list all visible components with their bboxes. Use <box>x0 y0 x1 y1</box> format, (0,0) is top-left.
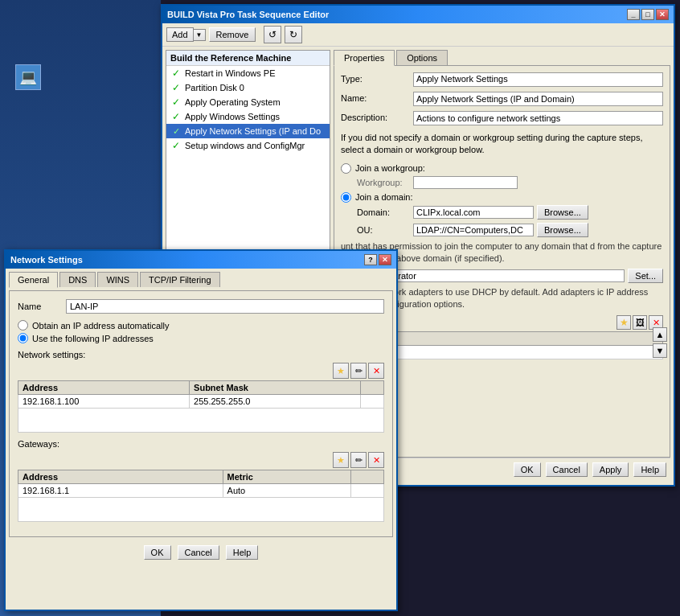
maximize-button[interactable]: □ <box>641 9 654 20</box>
add-dropdown: Add ▼ <box>166 27 206 42</box>
name-label: Name: <box>341 92 413 103</box>
network-subnet-cell: 255.255.255.0 <box>190 395 361 409</box>
network-tab-dns[interactable]: DNS <box>59 272 96 287</box>
ip-radio-group: Obtain an IP address automatically Use t… <box>18 320 384 343</box>
network-help-icon[interactable]: ? <box>364 254 377 265</box>
name-input[interactable] <box>413 92 663 106</box>
domain-radio[interactable] <box>341 192 351 203</box>
tab-properties[interactable]: Properties <box>334 50 395 66</box>
gw-star-icon[interactable]: ★ <box>333 452 349 468</box>
static-radio-btn[interactable] <box>18 333 28 343</box>
add-button[interactable]: Add <box>166 27 194 42</box>
task-item-1[interactable]: ✓ Restart in Windows PE <box>166 66 330 80</box>
description-row: Description: <box>341 111 663 125</box>
name-row: Name: <box>341 92 663 106</box>
ok-button[interactable]: OK <box>514 462 541 477</box>
network-tab-bar: General DNS WINS TCP/IP Filtering <box>6 269 396 287</box>
net-star-icon[interactable]: ★ <box>333 363 349 379</box>
network-ok-button[interactable]: OK <box>144 545 171 560</box>
network-name-input[interactable] <box>66 299 384 314</box>
redo-button[interactable]: ↻ <box>285 26 302 43</box>
close-button[interactable]: ✕ <box>656 9 669 20</box>
network-tab-tcpip[interactable]: TCP/IP Filtering <box>140 272 219 287</box>
add-dropdown-arrow[interactable]: ▼ <box>194 29 206 41</box>
network-name-row: Name <box>18 299 384 314</box>
address-col-header: Address <box>18 381 190 395</box>
scroll-up-button[interactable]: ▲ <box>653 327 667 342</box>
ou-row: OU: Browse... <box>357 223 663 237</box>
adapter-image-icon[interactable]: 🖼 <box>633 315 647 330</box>
scroll-down-button[interactable]: ▼ <box>653 343 667 358</box>
gw-extra-col-header <box>351 470 384 484</box>
task-item-3[interactable]: ✓ Apply Operating System <box>166 95 330 109</box>
help-button[interactable]: Help <box>633 462 666 477</box>
dhcp-radio-btn[interactable] <box>18 320 28 331</box>
workgroup-label: Workgroup: <box>357 178 413 187</box>
remove-button[interactable]: Remove <box>209 27 256 42</box>
undo-button[interactable]: ↺ <box>264 26 281 43</box>
domain-input[interactable] <box>413 206 534 219</box>
adapter-scroll-buttons: ▲ ▼ <box>653 327 667 358</box>
task-item-5[interactable]: ✓ Apply Network Settings (IP and Do <box>166 124 330 138</box>
type-label: Type: <box>341 72 413 84</box>
gw-edit-icon[interactable]: ✏ <box>350 452 367 468</box>
network-dialog-title-buttons: ? ✕ <box>364 254 391 265</box>
type-row: Type: Apply Network Settings <box>341 72 663 87</box>
description-input[interactable] <box>413 111 663 125</box>
info-text: If you did not specify a domain or workg… <box>341 132 663 157</box>
network-dialog-title-bar: Network Settings ? ✕ <box>6 251 396 269</box>
ou-browse-button[interactable]: Browse... <box>537 223 588 237</box>
gateway-row-1[interactable]: 192.168.1.1 Auto <box>18 484 384 498</box>
gateways-table-toolbar: ★ ✏ ✕ <box>18 452 384 468</box>
workgroup-radio-row: Join a workgroup: <box>341 163 663 174</box>
task-status-icon-6: ✓ <box>170 140 182 151</box>
domain-browse-button[interactable]: Browse... <box>537 205 588 220</box>
adapter-star-icon[interactable]: ★ <box>617 315 631 330</box>
gw-address-col-header: Address <box>18 470 223 484</box>
network-tab-wins[interactable]: WINS <box>97 272 138 287</box>
network-row-1[interactable]: 192.168.1.100 255.255.255.0 <box>18 395 384 409</box>
subnet-col-header: Subnet Mask <box>190 381 361 395</box>
extra-col-header <box>361 381 384 395</box>
gateway-address-cell: 192.168.1.1 <box>18 484 223 498</box>
dhcp-radio-row: Obtain an IP address automatically <box>18 320 384 331</box>
minimize-button[interactable]: _ <box>627 9 640 20</box>
window-title: BUILD Vista Pro Task Sequence Editor <box>167 10 329 19</box>
network-help-button[interactable]: Help <box>226 545 259 560</box>
gateways-table-container: ★ ✏ ✕ Address Metric 192.168.1.1 Auto <box>18 452 384 522</box>
workgroup-indent-row: Workgroup: <box>357 176 663 189</box>
ou-input[interactable] <box>413 224 534 236</box>
task-status-icon-1: ✓ <box>170 68 182 79</box>
cancel-button[interactable]: Cancel <box>546 462 588 477</box>
network-tab-content: Name Obtain an IP address automatically … <box>9 290 393 537</box>
network-tab-general[interactable]: General <box>9 272 58 288</box>
network-address-cell: 192.168.1.100 <box>18 395 190 409</box>
network-settings-table-container: ★ ✏ ✕ Address Subnet Mask 192.168.1.100 <box>18 363 384 433</box>
gw-delete-icon[interactable]: ✕ <box>368 452 384 468</box>
apply-button[interactable]: Apply <box>592 462 629 477</box>
tab-options[interactable]: Options <box>396 50 448 65</box>
static-radio-row: Use the following IP addresses <box>18 333 384 343</box>
network-name-label: Name <box>18 302 66 311</box>
domain-label: Domain: <box>357 207 413 217</box>
task-item-2[interactable]: ✓ Partition Disk 0 <box>166 80 330 95</box>
task-item-6[interactable]: ✓ Setup windows and ConfigMgr <box>166 138 330 153</box>
task-status-icon-4: ✓ <box>170 111 182 122</box>
gateways-table: Address Metric 192.168.1.1 Auto <box>18 470 384 522</box>
properties-tab-bar: Properties Options <box>334 50 670 65</box>
set-button[interactable]: Set... <box>628 269 663 283</box>
desktop-icon-image: 💻 <box>15 64 41 90</box>
net-delete-icon[interactable]: ✕ <box>368 363 384 379</box>
workgroup-input[interactable] <box>413 176 518 189</box>
description-label: Description: <box>341 111 413 122</box>
network-cancel-button[interactable]: Cancel <box>178 545 219 560</box>
task-status-icon-5: ✓ <box>170 125 182 137</box>
network-close-button[interactable]: ✕ <box>379 254 391 265</box>
domain-radio-row: Join a domain: <box>341 192 663 203</box>
task-item-4[interactable]: ✓ Apply Windows Settings <box>166 109 330 124</box>
gw-metric-col-header: Metric <box>223 470 351 484</box>
network-dialog-buttons: OK Cancel Help <box>6 540 396 565</box>
workgroup-radio[interactable] <box>341 163 351 174</box>
network-settings-table: Address Subnet Mask 192.168.1.100 255.25… <box>18 380 384 433</box>
net-edit-icon[interactable]: ✏ <box>350 363 367 379</box>
